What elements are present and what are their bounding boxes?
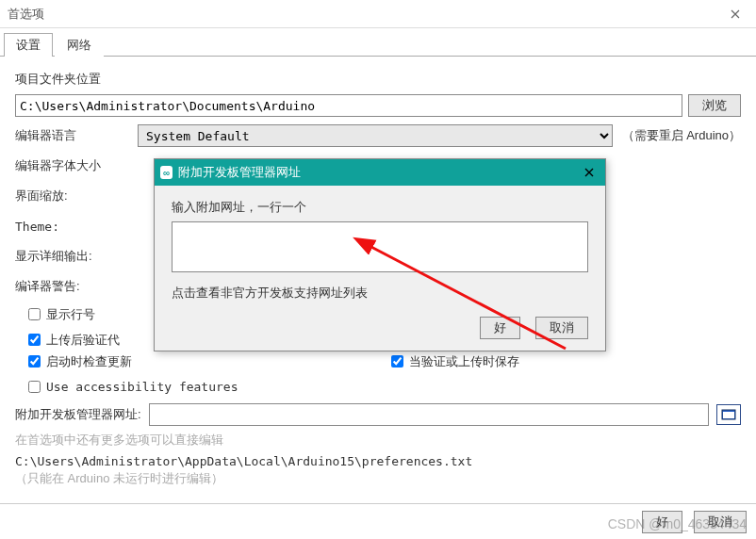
additional-urls-dialog: ∞ 附加开发板管理器网址 输入附加网址，一行一个 点击查看非官方开发板支持网址列… <box>154 158 606 351</box>
label-folder-location: 项目文件夹位置 <box>15 71 101 88</box>
unofficial-boards-link[interactable]: 点击查看非官方开发板支持网址列表 <box>172 285 588 302</box>
dialog-cancel-button[interactable]: 取消 <box>535 317 588 339</box>
window-close-button[interactable] <box>715 0 756 28</box>
label-show-verbose: 显示详细输出: <box>15 248 138 265</box>
label-save-on-verify: 当验证或上传时保存 <box>409 353 519 370</box>
label-interface-scale: 界面缩放: <box>15 188 138 204</box>
expand-urls-button[interactable] <box>716 404 741 425</box>
dialog-body: 输入附加网址，一行一个 点击查看非官方开发板支持网址列表 好 取消 <box>155 186 605 351</box>
close-icon <box>731 9 740 19</box>
window-title: 首选项 <box>8 6 44 23</box>
tab-bar: 设置 网络 <box>0 28 756 57</box>
label-verify-after-upload: 上传后验证代 <box>46 332 120 349</box>
label-additional-urls: 附加开发板管理器网址: <box>15 406 141 423</box>
checkbox-save-on-verify[interactable] <box>391 355 403 368</box>
dialog-title: 附加开发板管理器网址 <box>178 164 301 181</box>
arduino-logo-icon: ∞ <box>160 166 173 179</box>
urls-textarea[interactable] <box>172 221 588 272</box>
prefs-more-hint: 在首选项中还有更多选项可以直接编辑 <box>15 432 741 449</box>
checkbox-verify-after-upload[interactable] <box>28 334 41 346</box>
main-titlebar: 首选项 <box>0 0 756 28</box>
close-icon <box>584 168 594 177</box>
window-icon <box>721 409 736 420</box>
dialog-ok-button[interactable]: 好 <box>480 317 520 339</box>
bottom-button-bar: 好 取消 <box>0 503 756 539</box>
checkbox-check-updates[interactable] <box>28 355 41 368</box>
tab-settings[interactable]: 设置 <box>4 33 53 57</box>
dialog-close-button[interactable] <box>577 161 601 184</box>
label-line-numbers: 显示行号 <box>46 306 95 323</box>
label-check-updates: 启动时检查更新 <box>46 353 132 370</box>
label-accessibility: Use accessibility features <box>46 380 238 394</box>
language-select[interactable]: System Default <box>138 124 613 147</box>
svg-rect-1 <box>723 412 734 418</box>
main-ok-button[interactable]: 好 <box>642 511 682 533</box>
dialog-titlebar: ∞ 附加开发板管理器网址 <box>155 159 605 186</box>
label-theme: Theme: <box>15 220 138 234</box>
prefs-path: C:\Users\Administrator\AppData\Local\Ard… <box>15 454 741 468</box>
prefs-note: （只能在 Arduino 未运行时进行编辑） <box>15 470 741 487</box>
label-editor-language: 编辑器语言 <box>15 127 138 144</box>
tab-network[interactable]: 网络 <box>55 33 104 57</box>
dialog-prompt: 输入附加网址，一行一个 <box>172 199 588 216</box>
label-font-size: 编辑器字体大小 <box>15 157 138 174</box>
restart-note: （需要重启 Arduino） <box>622 127 741 144</box>
main-cancel-button[interactable]: 取消 <box>694 511 747 533</box>
checkbox-accessibility[interactable] <box>28 381 41 393</box>
additional-urls-input[interactable] <box>149 403 709 426</box>
label-compiler-warnings: 编译器警告: <box>15 278 138 295</box>
sketchbook-path-input[interactable] <box>15 94 682 117</box>
checkbox-line-numbers[interactable] <box>28 308 41 320</box>
browse-button[interactable]: 浏览 <box>688 94 741 117</box>
